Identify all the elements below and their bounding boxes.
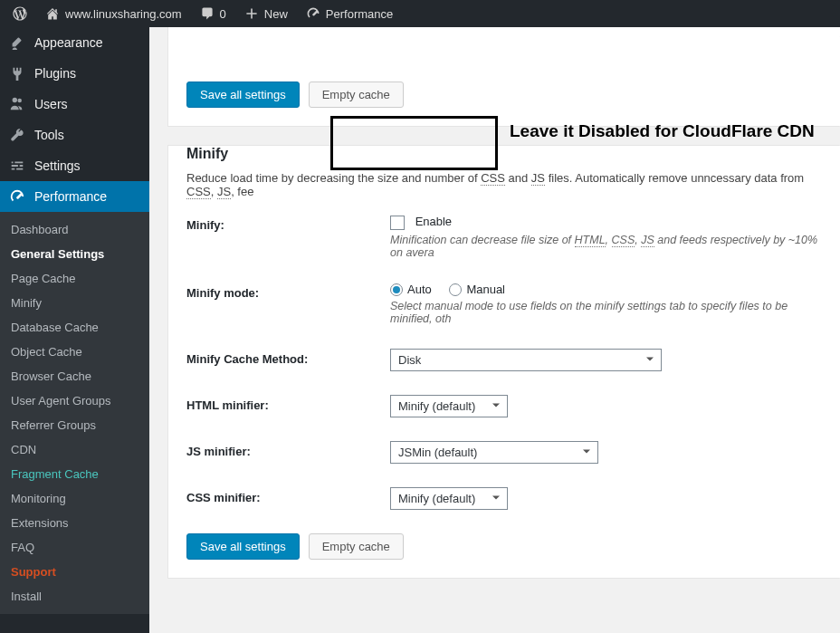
menu-performance-label: Performance — [34, 189, 107, 204]
chevron-down-icon — [581, 446, 592, 459]
sub-general-settings[interactable]: General Settings — [0, 242, 149, 266]
section-title-minify: Minify — [186, 146, 822, 162]
wordpress-icon — [13, 6, 27, 21]
sub-object-cache[interactable]: Object Cache — [0, 340, 149, 364]
menu-tools[interactable]: Tools — [0, 120, 149, 150]
minify-enable-text: Enable — [415, 215, 452, 228]
menu-appearance-label: Appearance — [34, 35, 103, 50]
cache-method-value: Disk — [398, 353, 421, 367]
minify-mode-auto[interactable]: Auto — [390, 283, 446, 296]
css-minifier-label: CSS minifier: — [186, 487, 390, 504]
menu-tools-label: Tools — [34, 128, 64, 142]
row-js-minifier: JS minifier: JSMin (default) — [186, 441, 822, 464]
minify-enable-control[interactable]: Enable — [390, 215, 452, 228]
save-all-button[interactable]: Save all settings — [186, 82, 300, 108]
sub-browser-cache[interactable]: Browser Cache — [0, 364, 149, 388]
minify-description: Reduce load time by decreasing the size … — [186, 171, 822, 198]
radio-manual[interactable] — [449, 283, 462, 296]
comments-count: 0 — [220, 7, 226, 21]
html-minifier-label: HTML minifier: — [186, 395, 390, 412]
sub-page-cache[interactable]: Page Cache — [0, 266, 149, 291]
row-css-minifier: CSS minifier: Minify (default) — [186, 487, 822, 510]
menu-plugins-label: Plugins — [34, 66, 76, 81]
css-minifier-value: Minify (default) — [398, 492, 475, 505]
wp-logo[interactable] — [4, 0, 36, 27]
plus-icon — [244, 6, 259, 21]
sub-cdn[interactable]: CDN — [0, 437, 149, 462]
html-minifier-select[interactable]: Minify (default) — [390, 395, 508, 417]
panel-top-actions: Save all settings Empty cache — [167, 36, 840, 127]
main-content: Save all settings Empty cache Minify Red… — [149, 27, 840, 633]
home-icon — [45, 6, 60, 21]
row-cache-method: Minify Cache Method: Disk — [186, 349, 822, 371]
menu-settings[interactable]: Settings — [0, 150, 149, 181]
minify-enable-label: Minify: — [186, 215, 390, 232]
js-minifier-value: JSMin (default) — [398, 446, 477, 459]
menu-performance[interactable]: Performance — [0, 181, 149, 212]
annotation-text: Leave it Disabled for CloudFlare CDN — [510, 121, 815, 141]
brush-icon — [9, 34, 25, 51]
sub-install[interactable]: Install — [0, 584, 149, 609]
top-strip — [167, 27, 840, 36]
js-abbr: JS — [531, 171, 545, 186]
sub-extensions[interactable]: Extensions — [0, 511, 149, 535]
row-minify-mode: Minify mode: Auto Manual Select manual m… — [186, 283, 822, 326]
js-minifier-select[interactable]: JSMin (default) — [390, 441, 598, 464]
performance-link[interactable]: Performance — [297, 0, 402, 27]
menu-users[interactable]: Users — [0, 89, 149, 120]
gauge-icon — [9, 188, 25, 205]
sub-referrer-groups[interactable]: Referrer Groups — [0, 413, 149, 437]
sub-faq[interactable]: FAQ — [0, 535, 149, 560]
sub-minify[interactable]: Minify — [0, 291, 149, 315]
minify-mode-manual[interactable]: Manual — [449, 283, 520, 296]
users-icon — [9, 96, 25, 112]
minify-mode-hint: Select manual mode to use fields on the … — [390, 300, 822, 325]
empty-cache-button-2[interactable]: Empty cache — [309, 533, 404, 560]
site-link[interactable]: www.linuxsharing.com — [36, 0, 191, 27]
menu-plugins[interactable]: Plugins — [0, 58, 149, 89]
menu-users-label: Users — [34, 97, 68, 111]
comment-icon — [200, 6, 215, 21]
save-all-button-2[interactable]: Save all settings — [186, 533, 300, 560]
sub-fragment-cache[interactable]: Fragment Cache — [0, 462, 149, 486]
sub-support[interactable]: Support — [0, 560, 149, 584]
panel-minify: Minify Reduce load time by decreasing th… — [167, 145, 840, 579]
html-minifier-value: Minify (default) — [398, 399, 475, 413]
cache-method-select[interactable]: Disk — [390, 349, 662, 371]
row-minify-enable: Minify: Enable Minification can decrease… — [186, 215, 822, 259]
comments-link[interactable]: 0 — [191, 0, 235, 27]
gauge-icon — [306, 6, 320, 21]
sub-ua-groups[interactable]: User Agent Groups — [0, 388, 149, 413]
new-link[interactable]: New — [235, 0, 297, 27]
minify-enable-checkbox[interactable] — [390, 216, 405, 230]
chevron-down-icon — [644, 353, 655, 367]
sliders-icon — [9, 158, 25, 174]
new-label: New — [264, 7, 288, 21]
perf-label: Performance — [326, 7, 393, 21]
css-minifier-select[interactable]: Minify (default) — [390, 487, 508, 510]
plug-icon — [9, 65, 25, 82]
minify-enable-hint: Minification can decrease file size of H… — [390, 234, 822, 259]
empty-cache-button[interactable]: Empty cache — [309, 82, 404, 108]
css-abbr: CSS — [481, 171, 505, 186]
sub-dashboard[interactable]: Dashboard — [0, 217, 149, 242]
radio-auto[interactable] — [390, 283, 403, 296]
sub-database-cache[interactable]: Database Cache — [0, 315, 149, 340]
admin-bar: www.linuxsharing.com 0 New Performance — [0, 0, 840, 27]
js-minifier-label: JS minifier: — [186, 441, 390, 458]
wrench-icon — [9, 127, 25, 143]
sub-monitoring[interactable]: Monitoring — [0, 486, 149, 511]
admin-sidebar: Appearance Plugins Users Tools Settings … — [0, 27, 149, 633]
row-html-minifier: HTML minifier: Minify (default) — [186, 395, 822, 417]
chevron-down-icon — [491, 492, 501, 505]
cache-method-label: Minify Cache Method: — [186, 349, 390, 366]
menu-appearance[interactable]: Appearance — [0, 27, 149, 58]
submenu-performance: Dashboard General Settings Page Cache Mi… — [0, 212, 149, 614]
chevron-down-icon — [491, 399, 501, 413]
site-url: www.linuxsharing.com — [65, 7, 182, 21]
minify-mode-label: Minify mode: — [186, 283, 390, 300]
menu-settings-label: Settings — [34, 158, 81, 173]
